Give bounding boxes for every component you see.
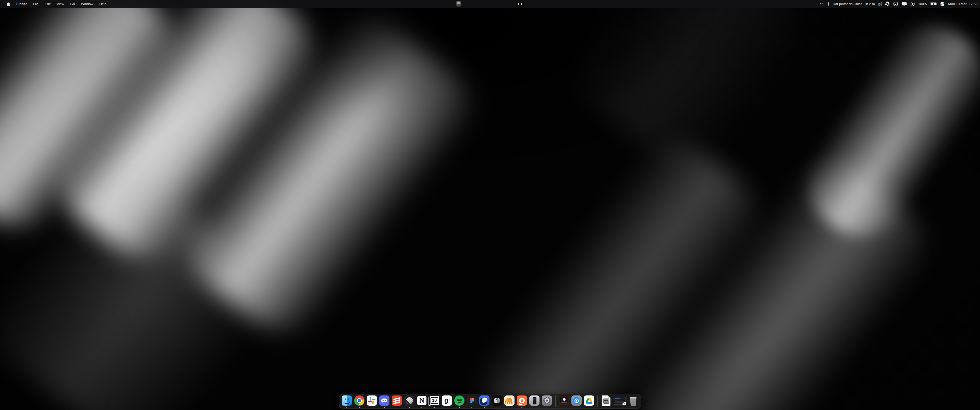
battery-percentage: 100% [918, 2, 927, 6]
granola-letter: g [444, 397, 448, 404]
battery-icon[interactable] [930, 2, 937, 6]
overflow-ellipsis-icon[interactable] [819, 3, 825, 4]
notion-letter: N [420, 397, 425, 404]
raycast-label: raycast [561, 401, 567, 403]
desktop: Finder File Edit View Go Window Help Dar… [0, 0, 980, 410]
display-icon[interactable] [902, 2, 907, 6]
menu-window[interactable]: Window [78, 0, 96, 8]
flower-burst-icon[interactable] [885, 2, 890, 6]
running-indicator [384, 407, 385, 408]
menu-go[interactable]: Go [67, 0, 78, 8]
menu-help[interactable]: Help [96, 0, 110, 8]
clock-date: Mon 10 Mar [948, 2, 966, 6]
apple-menu-icon[interactable] [3, 0, 13, 8]
dock-app-iphone-mirroring[interactable] [529, 396, 539, 406]
dock-separator [597, 396, 598, 407]
menu-bar-right: Dar jantar do Chico · in 2 m g [819, 0, 977, 8]
gear-icon [542, 396, 552, 406]
dock-app-1password[interactable] [571, 396, 582, 406]
dock-app-raycast[interactable]: raycast [559, 396, 569, 406]
mammoth-icon [504, 396, 514, 406]
craft-icon [479, 396, 490, 406]
menu-bar-separator [829, 2, 829, 6]
notion-calendar-icon: 10 [429, 396, 439, 406]
discord-icon [379, 396, 390, 406]
calendar-event-item[interactable]: Dar jantar do Chico · in 2 m [833, 2, 875, 6]
dock-app-notion-calendar[interactable]: 10 [429, 396, 439, 406]
iphone-mirroring-icon [529, 396, 539, 406]
running-indicator [484, 407, 485, 408]
dock-app-linear[interactable] [404, 396, 414, 406]
linear-icon [404, 396, 414, 406]
running-indicator [409, 407, 410, 408]
dock-app-google-drive[interactable] [584, 396, 594, 406]
minimized-window-thumbnail: 10 [614, 397, 625, 405]
1password-icon[interactable] [911, 2, 915, 6]
dock-minimized-window[interactable]: 10 [614, 396, 626, 406]
dock-app-notion[interactable]: N [417, 396, 427, 406]
figma-icon [467, 396, 477, 406]
dock-container: N 10 g [0, 394, 980, 409]
running-indicator [359, 407, 360, 408]
dock-app-discord[interactable] [379, 396, 390, 406]
wallpaper-vignette [0, 0, 980, 410]
dock-app-postman[interactable] [517, 396, 527, 406]
raycast-icon: raycast [559, 396, 569, 406]
trash-icon [628, 396, 638, 406]
notion-icon: N [417, 396, 427, 406]
dock-app-todoist[interactable] [392, 396, 402, 406]
granola-app-icon: g [442, 396, 452, 406]
running-indicator [471, 407, 473, 408]
running-indicator [422, 407, 422, 408]
clock[interactable]: Mon 10 Mar 17:58 [948, 2, 977, 6]
menu-view[interactable]: View [54, 0, 67, 8]
clock-time: 17:58 [969, 2, 977, 6]
dock-app-spline[interactable] [492, 396, 502, 406]
running-indicator [459, 407, 460, 408]
dock-app-chrome[interactable] [354, 396, 364, 406]
screen-studio-icon[interactable] [893, 2, 898, 6]
dock-file-archive[interactable] [601, 396, 611, 406]
running-indicator [434, 407, 435, 408]
granola-letter: g [878, 2, 881, 6]
archive-file-icon [602, 396, 611, 406]
dock-app-craft[interactable] [479, 396, 490, 406]
chrome-icon [354, 396, 364, 406]
postman-icon [517, 396, 527, 406]
wallpaper [0, 0, 980, 410]
dock-app-system-settings[interactable] [542, 396, 552, 406]
camera-preview-icon[interactable] [456, 1, 461, 6]
running-indicator [522, 407, 522, 408]
todoist-icon [392, 396, 402, 406]
dock-app-granola[interactable]: g [442, 396, 452, 406]
calendar-date-number: 10 [431, 397, 438, 404]
dock-app-finder[interactable] [342, 396, 352, 406]
dock-app-spotify[interactable] [454, 396, 465, 406]
dock-app-figma[interactable] [467, 396, 477, 406]
google-drive-icon [584, 396, 594, 406]
menu-app-name[interactable]: Finder [13, 0, 30, 8]
1password-app-icon [571, 396, 582, 406]
slack-icon [367, 396, 377, 406]
menu-bar: Finder File Edit View Go Window Help Dar… [0, 0, 980, 8]
finder-icon [342, 396, 352, 406]
3d-cube-icon [492, 396, 502, 406]
granola-icon[interactable]: g [878, 2, 881, 6]
dock: N 10 g [339, 394, 641, 409]
dock-app-slack[interactable] [367, 396, 377, 406]
control-center-icon[interactable] [940, 2, 945, 6]
menu-bar-left: Finder File Edit View Go Window Help [0, 0, 110, 8]
dock-trash[interactable] [628, 396, 638, 406]
hidden-items-icon[interactable] [518, 3, 522, 5]
dock-app-mammoth[interactable] [504, 396, 514, 406]
notion-calendar-badge-icon: 10 [622, 402, 626, 405]
menu-file[interactable]: File [30, 0, 41, 8]
menu-edit[interactable]: Edit [41, 0, 54, 8]
running-indicator [346, 407, 347, 408]
spotify-icon [454, 396, 465, 406]
